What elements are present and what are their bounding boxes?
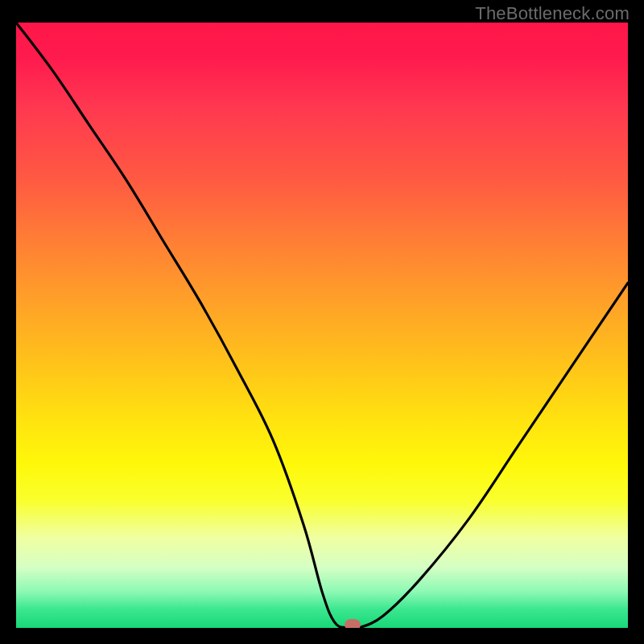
optimal-marker xyxy=(345,619,361,628)
watermark-text: TheBottleneck.com xyxy=(475,3,630,24)
plot-area xyxy=(16,23,628,628)
bottleneck-curve xyxy=(16,23,628,628)
chart-frame: TheBottleneck.com xyxy=(0,0,644,644)
